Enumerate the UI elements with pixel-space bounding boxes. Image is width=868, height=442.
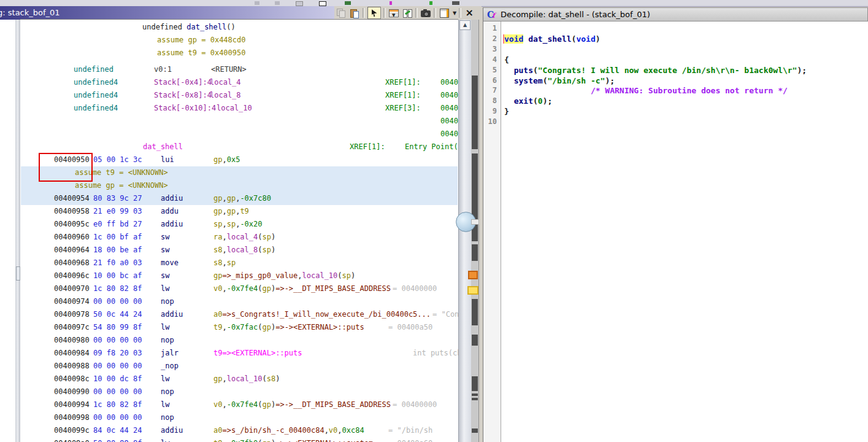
listing-field[interactable]: 004009a0 <box>54 439 90 442</box>
listing-row-cell[interactable]: nop <box>161 411 174 424</box>
listing-field[interactable]: 50 80 99 8f <box>93 439 142 442</box>
listing-field[interactable]: 10 00 dc 8f <box>93 374 142 383</box>
listing-row-cell[interactable]: local_4 <box>210 76 241 88</box>
code-token[interactable]: void <box>576 34 595 44</box>
listing-field[interactable]: 0040 <box>440 91 458 99</box>
overview-mark[interactable] <box>472 376 478 391</box>
listing-field[interactable]: <RETURN> <box>211 65 247 74</box>
code-token[interactable]: ); <box>605 76 615 85</box>
code-token[interactable]: system <box>514 76 543 85</box>
listing-row-cell[interactable]: 0040095c <box>54 218 90 230</box>
listing-field[interactable]: s8 <box>213 258 222 267</box>
listing-row-cell[interactable]: lw <box>161 373 169 385</box>
listing-field[interactable]: addiu <box>161 194 183 203</box>
listing-field[interactable]: t9 <box>213 323 222 332</box>
listing-row-cell[interactable]: addiu <box>161 192 183 204</box>
listing-field[interactable]: 00400974 <box>54 297 90 306</box>
listing-field[interactable]: , <box>298 271 302 280</box>
listing-row-cell[interactable]: 00400958 <box>54 205 90 217</box>
listing-field[interactable]: v0 <box>213 284 222 293</box>
listing-row-cell[interactable]: 18 00 be af <box>93 244 142 256</box>
listing-row-cell[interactable]: 0040 <box>440 76 458 88</box>
listing-row-cell[interactable]: = "Congrats <box>432 308 458 320</box>
listing-row-cell[interactable]: XREF[1]: <box>385 76 421 88</box>
listing-field[interactable]: undefined4 <box>74 104 118 112</box>
listing-row-cell[interactable]: t9=><EXTERNAL>::puts <box>213 347 302 359</box>
listing-field[interactable]: 1c 80 82 8f <box>93 400 142 409</box>
listing-field[interactable]: gp <box>213 155 222 164</box>
listing-row-cell[interactable]: 0040 <box>440 89 458 101</box>
listing-row-cell[interactable]: nop <box>161 295 174 308</box>
listing-field[interactable]: s8 <box>213 246 222 254</box>
listing-row-cell[interactable]: 00 00 00 00 <box>93 295 142 308</box>
listing-row-cell[interactable]: gp,local_10(s8) <box>213 373 280 385</box>
listing-field[interactable]: Entry Point(* <box>405 142 458 151</box>
listing-field[interactable]: sw <box>161 233 169 241</box>
listing-field[interactable]: sp <box>263 233 271 241</box>
listing-field[interactable]: local_10 <box>302 271 338 280</box>
code-token[interactable]: dat_shell <box>528 34 571 44</box>
listing-row-cell[interactable]: 00400998 <box>54 411 90 424</box>
listing-field[interactable]: ( <box>258 400 262 409</box>
listing-row-cell[interactable]: sw <box>161 244 169 256</box>
listing-row-cell[interactable]: t9,-0x7fac(gp)=>-><EXTERNAL>::puts <box>213 321 364 333</box>
listing-field[interactable]: = "Congrats <box>432 310 458 319</box>
listing-field[interactable]: 0040095c <box>54 220 90 228</box>
listing-row-cell[interactable]: 10 00 dc 8f <box>93 373 142 385</box>
listing-field[interactable]: 10 00 bc af <box>93 271 142 280</box>
listing-row-cell[interactable]: 00 00 00 00 <box>93 386 142 398</box>
listing-row-cell[interactable]: gp,0x5 <box>213 153 240 166</box>
listing-row-cell[interactable]: 0040 <box>440 102 458 114</box>
listing-field[interactable]: v0 <box>329 426 337 435</box>
listing-row-cell[interactable]: gp,gp,-0x7c80 <box>213 192 271 204</box>
listing-view[interactable]: undefined dat_shell()assume gp = 0x448cd… <box>20 20 458 442</box>
listing-field[interactable]: sw <box>161 271 169 280</box>
listing-row-cell[interactable]: Stack[-0x8]:4 <box>154 89 212 101</box>
listing-field[interactable]: addiu <box>161 220 183 228</box>
listing-field[interactable]: v0 <box>213 400 222 409</box>
listing-field[interactable]: = 00400a50 <box>388 323 432 332</box>
close-button[interactable]: × <box>464 7 475 18</box>
code-token[interactable] <box>504 86 591 95</box>
listing-field[interactable]: assume gp = 0x448cd0 <box>157 36 246 44</box>
code-token[interactable]: { <box>504 55 509 64</box>
listing-field[interactable]: local_10 <box>217 104 252 112</box>
listing-row-cell[interactable]: XREF[1]: <box>385 89 421 101</box>
listing-row-cell[interactable]: v0,-0x7fe4(gp)=>->__DT_MIPS_BASE_ADDRESS <box>213 282 391 295</box>
scroll-up-button[interactable]: ▲ <box>459 20 470 30</box>
listing-field[interactable]: gp <box>213 271 222 280</box>
listing-field[interactable]: v0:1 <box>154 65 172 74</box>
listing-field[interactable]: a0 <box>213 310 222 319</box>
code-token[interactable]: puts <box>514 66 533 75</box>
listing-row-cell[interactable]: 0040 <box>440 115 458 127</box>
listing-field[interactable]: addiu <box>161 310 183 319</box>
listing-row-cell[interactable]: = 00400000 <box>393 282 437 295</box>
listing-field[interactable]: ( <box>258 284 262 293</box>
overview-mark[interactable] <box>472 398 478 400</box>
decompiler-line[interactable]: puts("Congrats! I will now execute /bin/… <box>504 65 807 76</box>
listing-field[interactable]: 00400958 <box>54 207 90 215</box>
listing-row-cell[interactable]: 004009a0 <box>54 437 90 442</box>
listing-field[interactable]: 0040098c <box>54 374 90 383</box>
listing-field[interactable]: , <box>222 246 226 254</box>
listing-field[interactable]: -0x20 <box>240 220 262 228</box>
decompiler-line[interactable]: /* WARNING: Subroutine does not return *… <box>504 85 788 96</box>
listing-row-cell[interactable]: undefined4 <box>74 76 118 88</box>
listing-row-cell[interactable]: Entry Point(* <box>405 141 458 153</box>
listing-row-cell[interactable]: e0 ff bd 27 <box>93 218 142 230</box>
cursor-selection-toggle-button[interactable] <box>367 7 381 19</box>
diff-view-button[interactable] <box>402 7 413 18</box>
listing-field[interactable]: ( <box>258 246 262 254</box>
listing-field[interactable]: gp <box>213 194 222 203</box>
listing-field[interactable]: XREF[1]: <box>350 142 385 151</box>
listing-row-cell[interactable]: move <box>161 257 179 269</box>
listing-row-cell[interactable]: Stack[-0x10]:4 <box>154 102 216 114</box>
listing-row-cell[interactable]: undefined4 <box>74 102 118 114</box>
listing-field[interactable]: assume t9 = 0x400950 <box>157 48 246 57</box>
listing-row-cell[interactable]: gp,gp,t9 <box>213 205 249 217</box>
listing-panel-title-bar[interactable]: g: stack_bof_01 <box>0 6 334 20</box>
listing-field[interactable]: Stack[-0x8]:4 <box>154 91 212 99</box>
code-token[interactable]: ( <box>533 96 538 106</box>
listing-row-cell[interactable]: nop <box>161 386 174 398</box>
listing-row-cell[interactable]: 84 0c 44 24 <box>93 424 142 436</box>
